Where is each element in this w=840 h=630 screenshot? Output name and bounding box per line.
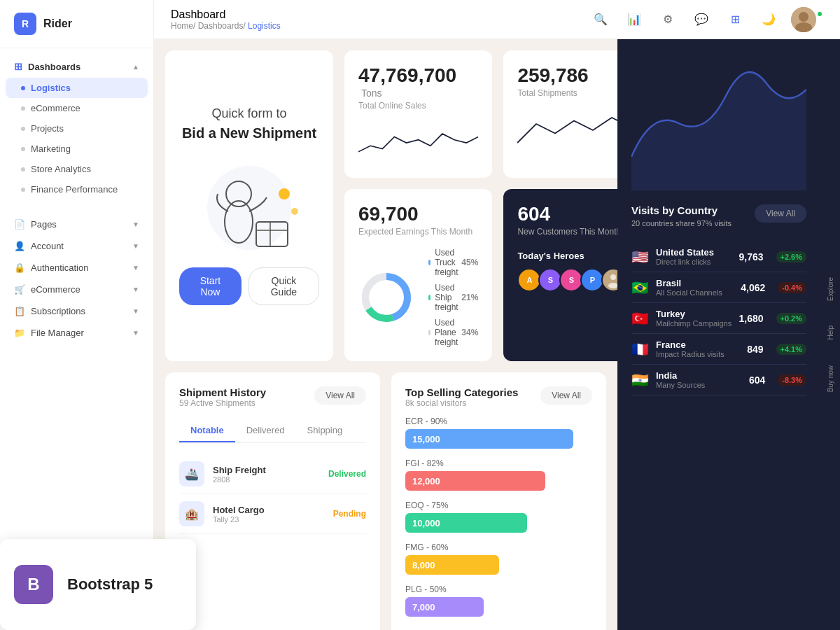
bar-fgi: FGI - 82% 12,000 (405, 458, 592, 491)
sidebar-item-logistics[interactable]: Logistics (6, 78, 148, 98)
promo-illustration (179, 155, 319, 260)
dashboards-grid-icon: ⊞ (14, 61, 22, 72)
sidebar-group-dashboards[interactable]: ⊞ Dashboards ▲ (0, 55, 153, 78)
ship-name: Ship Freight (213, 465, 320, 475)
shipment-history-card: Shipment History 59 Active Shipments Vie… (165, 372, 380, 630)
pages-icon: 📄 (14, 219, 25, 230)
svg-point-1 (799, 12, 808, 22)
header-right: 🔍 📊 ⚙ 💬 ⊞ 🌙 (589, 7, 823, 32)
ship-dot (428, 295, 430, 300)
avatar[interactable] (791, 7, 816, 32)
logo-area[interactable]: R Rider (0, 0, 153, 48)
account-chevron: ▼ (132, 242, 139, 250)
svg-point-15 (610, 274, 616, 280)
country-change-turkey: +0.2% (776, 313, 807, 324)
filemanager-icon: 📁 (14, 328, 25, 338)
selling-title-area: Top Selling Categories 8k social visitor… (405, 386, 518, 408)
sidebar-group-pages[interactable]: 📄 Pages ▼ (0, 214, 153, 235)
edge-tabs: Explore Help Buy now (820, 39, 840, 630)
ship-id: 2808 (213, 475, 320, 484)
country-change-brasil: -0.4% (778, 282, 806, 293)
customers-value-row: 604 (517, 203, 617, 225)
total-sales-value-row: 47,769,700 Tons (358, 64, 478, 99)
country-sub-us: Direct link clicks (656, 258, 732, 266)
bar-fmg: FMG - 60% 8,000 (405, 542, 592, 575)
hero-avatar-4: P (580, 268, 604, 292)
country-visits-us: 9,763 (738, 251, 763, 262)
filemanager-chevron: ▼ (132, 329, 139, 337)
country-sub-turkey: Mailchimp Campaigns (656, 319, 732, 328)
donut-chart (358, 270, 414, 326)
visits-subtitle: 20 countries share 97% visits (631, 219, 732, 227)
bar-ecr-label: ECR - 90% (405, 416, 592, 426)
sidebar-group-filemanager[interactable]: 📁 File Manager ▼ (0, 322, 153, 344)
shipment-title: Shipment History (179, 386, 266, 398)
bar-fgi-value: 12,000 (412, 476, 440, 486)
search-icon[interactable]: 🔍 (589, 8, 612, 31)
promo-buttons: Start Now Quick Guide (179, 267, 319, 305)
bar-ecr-value: 15,000 (412, 434, 440, 444)
start-now-button[interactable]: Start Now (179, 267, 241, 305)
customers-label: New Customers This Month (517, 227, 617, 237)
promo-title: Quick form to (211, 106, 286, 121)
account-icon: 👤 (14, 241, 25, 251)
pages-label: Pages (31, 219, 57, 230)
tab-delivered[interactable]: Delivered (235, 419, 296, 442)
content-scroll: Quick form to Bid a New Shipment (154, 39, 617, 630)
quick-guide-button[interactable]: Quick Guide (248, 267, 319, 305)
edge-help[interactable]: Help (825, 321, 836, 344)
ship-name-2: Hotel Cargo (213, 505, 325, 515)
sidebar-item-marketing[interactable]: Marketing (0, 139, 153, 159)
freight-legend: Used Truck freight 45% Used Ship freight… (428, 248, 478, 347)
shipment-item-1: 🚢 Ship Freight 2808 Delivered (179, 454, 366, 494)
ship-icon-2: 🏨 (179, 501, 204, 526)
sidebar-group-subscriptions[interactable]: 📋 Subscriptions ▼ (0, 300, 153, 322)
country-info-france: France Impact Radius visits (656, 340, 740, 358)
sidebar: R Rider ⊞ Dashboards ▲ Logistics eCommer… (0, 0, 154, 630)
chart-icon[interactable]: 📊 (623, 8, 645, 31)
tab-shipping[interactable]: Shipping (296, 419, 354, 442)
theme-icon[interactable]: 🌙 (757, 8, 780, 31)
plane-pct: 34% (461, 328, 478, 337)
earnings-value-row: 69,700 (358, 203, 478, 225)
shipment-view-all[interactable]: View All (314, 386, 366, 405)
sidebar-item-ecommerce[interactable]: eCommerce (0, 98, 153, 118)
edge-buy-now[interactable]: Buy now (825, 361, 836, 396)
main-content: Dashboard Home/ Dashboards/ Logistics 🔍 … (154, 0, 840, 630)
country-name-india: India (656, 370, 742, 381)
settings-icon[interactable]: ⚙ (657, 8, 679, 31)
sidebar-item-projects[interactable]: Projects (0, 118, 153, 139)
visits-view-all[interactable]: View All (755, 204, 806, 223)
visits-title: Visits by Country (631, 204, 732, 216)
logo-icon: R (14, 13, 36, 35)
bar-fgi-track: 12,000 (405, 471, 545, 491)
country-name-turkey: Turkey (656, 309, 732, 319)
svg-point-9 (279, 188, 290, 200)
earnings-card: 69,700 Expected Earnings This Month (344, 189, 492, 361)
sidebar-group-account[interactable]: 👤 Account ▼ (0, 235, 153, 257)
sidebar-group-authentication[interactable]: 🔒 Authentication ▼ (0, 257, 153, 279)
selling-view-all[interactable]: View All (540, 386, 592, 405)
stats-grid: 47,769,700 Tons Total Online Sales (344, 50, 617, 361)
sidebar-item-store-analytics[interactable]: Store Analytics (0, 159, 153, 179)
tab-notable[interactable]: Notable (179, 419, 235, 442)
visits-header: Visits by Country 20 countries share 97%… (631, 204, 806, 239)
sidebar-group-ecommerce[interactable]: 🛒 eCommerce ▼ (0, 279, 153, 300)
legend-plane: Used Plane freight 34% (428, 318, 478, 347)
ecommerce-icon: 🛒 (14, 284, 25, 295)
sidebar-item-finance-performance[interactable]: Finance Performance (0, 179, 153, 200)
grid-icon[interactable]: ⊞ (724, 8, 746, 31)
chat-icon[interactable]: 💬 (690, 8, 713, 31)
page-title: Dashboard (171, 8, 281, 21)
truck-label: Used Truck freight (435, 248, 461, 277)
edge-explore[interactable]: Explore (825, 273, 836, 305)
right-panel-top (631, 53, 806, 193)
account-label: Account (31, 241, 64, 251)
bar-plg-label: PLG - 50% (405, 584, 592, 594)
breadcrumb: Home/ Dashboards/ Logistics (171, 21, 281, 31)
heroes-label: Today's Heroes (517, 251, 617, 261)
row-2: Shipment History 59 Active Shipments Vie… (165, 372, 606, 630)
sidebar-label-logistics: Logistics (31, 83, 71, 93)
visits-section: Visits by Country 20 countries share 97%… (631, 204, 806, 396)
plane-dot (428, 330, 430, 335)
